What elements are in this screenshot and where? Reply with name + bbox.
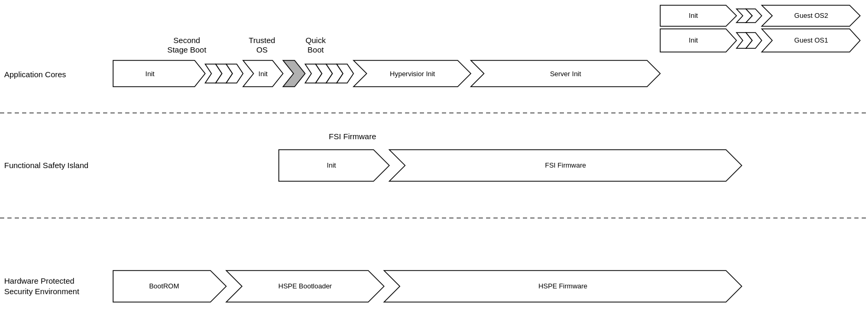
fsi-label: Functional Safety Island — [4, 161, 88, 170]
guest-os1-init-label: Init — [689, 36, 698, 44]
svg-text:Boot: Boot — [308, 45, 325, 54]
svg-marker-8 — [283, 60, 305, 87]
fsi-init-label: Init — [327, 161, 336, 169]
diagram: Second Stage Boot Trusted OS Quick Boot … — [0, 0, 868, 332]
server-init-label: Server Init — [550, 70, 581, 78]
second-stage-boot-label: Second — [174, 36, 200, 45]
svg-text:Trusted: Trusted — [249, 36, 275, 45]
guest-os1-init-shape — [660, 29, 736, 52]
guest-os2-label: Guest OS2 — [794, 12, 828, 19]
svg-text:OS: OS — [256, 45, 268, 54]
app-cores-label: Application Cores — [4, 70, 66, 79]
svg-text:Quick: Quick — [306, 36, 326, 45]
guest-os2-init-label: Init — [689, 12, 698, 19]
app-init-label: Init — [145, 70, 155, 78]
trusted-os-init-label: Init — [258, 70, 268, 78]
hspe-firmware-label: HSPE Firmware — [538, 282, 587, 290]
svg-text:Stage Boot: Stage Boot — [167, 45, 207, 54]
hspe-bootloader-label: HSPE Bootloader — [278, 282, 332, 290]
hpse-label-line2: Security Environment — [4, 287, 79, 296]
hypervisor-init-label: Hypervisior Init — [390, 70, 435, 78]
fsi-firmware-text: FSI Firmware — [545, 161, 586, 169]
guest-os1-label: Guest OS1 — [794, 36, 828, 44]
hpse-label-line1: Hardware Protected — [4, 276, 74, 285]
app-init-chevron — [113, 60, 205, 87]
guest-os2-init-shape — [660, 5, 736, 26]
fsi-firmware-label: FSI Firmware — [329, 132, 376, 141]
bootrom-label: BootROM — [149, 282, 179, 290]
